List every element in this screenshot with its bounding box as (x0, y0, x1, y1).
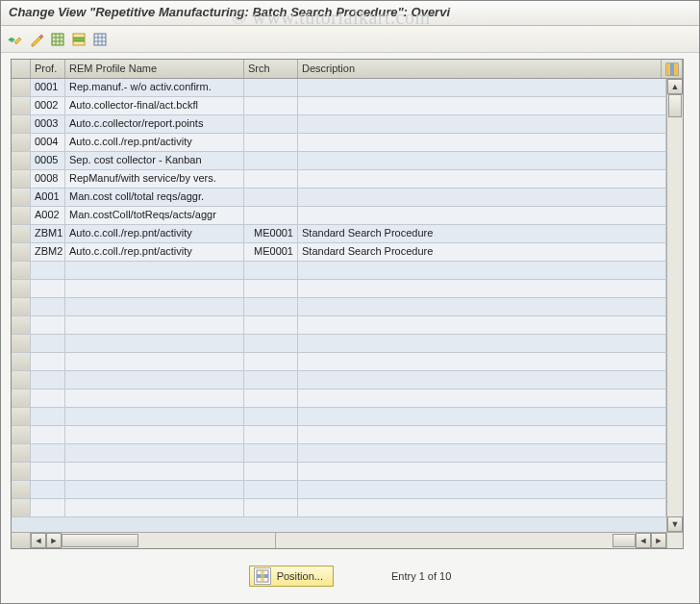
cell-desc[interactable] (298, 189, 666, 207)
select-block-icon[interactable] (70, 31, 88, 48)
cell-name[interactable]: Auto.c.coll./rep.pnt/activity (65, 225, 244, 243)
vertical-scrollbar[interactable]: ▲ ▼ (666, 79, 683, 532)
scroll-down-button[interactable]: ▼ (667, 516, 683, 532)
table-row[interactable] (12, 335, 666, 353)
cell-prof[interactable]: A002 (31, 207, 65, 225)
table-row[interactable] (12, 298, 666, 316)
row-selector[interactable] (12, 335, 31, 353)
row-selector[interactable] (12, 97, 31, 115)
row-selector[interactable] (12, 371, 31, 390)
cell-srch[interactable] (244, 152, 298, 170)
table-row[interactable]: 0004Auto.c.coll./rep.pnt/activity (12, 134, 666, 152)
row-selector[interactable] (12, 408, 31, 426)
row-selector[interactable] (12, 79, 31, 97)
scroll-up-button[interactable]: ▲ (667, 79, 683, 94)
row-selector[interactable] (12, 390, 31, 408)
table-row[interactable] (12, 408, 666, 426)
cell-name[interactable]: Man.costColl/totReqs/acts/aggr (65, 207, 244, 225)
cell-srch[interactable] (244, 115, 298, 134)
display-change-toggle-icon[interactable] (7, 31, 24, 48)
cell-prof[interactable]: 0005 (31, 152, 65, 170)
hscroll-track-2[interactable] (276, 533, 636, 548)
cell-prof[interactable]: 0008 (31, 170, 65, 189)
table-row[interactable]: 0005Sep. cost collector - Kanban (12, 152, 666, 170)
cell-prof[interactable]: 0004 (31, 134, 65, 152)
cell-srch[interactable] (244, 79, 298, 97)
row-selector[interactable] (12, 499, 31, 517)
row-selector[interactable] (12, 115, 31, 134)
table-row[interactable] (12, 280, 666, 298)
cell-srch[interactable]: ME0001 (244, 225, 298, 243)
table-row[interactable] (12, 481, 666, 499)
cell-desc[interactable] (298, 79, 666, 97)
row-selector[interactable] (12, 207, 31, 225)
cell-prof[interactable]: ZBM1 (31, 225, 65, 243)
cell-prof[interactable]: 0002 (31, 97, 65, 115)
row-selector[interactable] (12, 298, 31, 316)
col-header-desc[interactable]: Description (298, 60, 662, 78)
row-selector[interactable] (12, 353, 31, 371)
cell-name[interactable]: Man.cost coll/total reqs/aggr. (65, 189, 244, 207)
table-row[interactable] (12, 262, 666, 280)
deselect-all-icon[interactable] (91, 31, 109, 48)
hscroll-track-1[interactable] (62, 533, 275, 548)
table-row[interactable]: 0003Auto.c.collector/report.points (12, 115, 666, 134)
cell-prof[interactable]: 0003 (31, 115, 65, 134)
col-header-srch[interactable]: Srch (244, 60, 298, 78)
cell-srch[interactable] (244, 134, 298, 152)
change-icon[interactable] (28, 31, 45, 48)
table-row[interactable] (12, 499, 666, 517)
col-header-name[interactable]: REM Profile Name (65, 60, 244, 78)
scroll-left-button-1[interactable]: ◄ (31, 533, 46, 548)
table-row[interactable] (12, 444, 666, 463)
row-selector[interactable] (12, 262, 31, 280)
cell-desc[interactable]: Standard Search Procedure (298, 243, 666, 262)
row-selector[interactable] (12, 463, 31, 481)
row-selector[interactable] (12, 243, 31, 262)
row-selector[interactable] (12, 316, 31, 335)
row-selector[interactable] (12, 426, 31, 444)
cell-prof[interactable]: A001 (31, 189, 65, 207)
table-row[interactable] (12, 316, 666, 335)
table-row[interactable]: A002Man.costColl/totReqs/acts/aggr (12, 207, 666, 225)
cell-desc[interactable] (298, 170, 666, 189)
cell-name[interactable]: Auto.c.collector/report.points (65, 115, 244, 134)
horizontal-scrollbar[interactable]: ◄ ► ◄ ► (31, 532, 666, 548)
cell-desc[interactable] (298, 97, 666, 115)
row-selector[interactable] (12, 444, 31, 463)
cell-name[interactable]: RepManuf/with service/by vers. (65, 170, 244, 189)
row-selector[interactable] (12, 225, 31, 243)
vscroll-track[interactable] (667, 94, 683, 516)
hscroll-thumb-1[interactable] (62, 534, 138, 547)
select-all-icon[interactable] (49, 31, 66, 48)
table-row[interactable]: 0002Auto.collector-final/act.bckfl (12, 97, 666, 115)
table-row[interactable] (12, 353, 666, 371)
table-row[interactable]: 0008RepManuf/with service/by vers. (12, 170, 666, 189)
row-selector[interactable] (12, 152, 31, 170)
scroll-right-button-2[interactable]: ► (651, 533, 666, 548)
cell-name[interactable]: Rep.manuf.- w/o activ.confirm. (65, 79, 244, 97)
cell-srch[interactable]: ME0001 (244, 243, 298, 262)
cell-desc[interactable]: Standard Search Procedure (298, 225, 666, 243)
table-row[interactable]: A001Man.cost coll/total reqs/aggr. (12, 189, 666, 207)
cell-name[interactable]: Auto.c.coll./rep.pnt/activity (65, 243, 244, 262)
table-row[interactable] (12, 390, 666, 408)
row-selector[interactable] (12, 481, 31, 499)
table-row[interactable]: 0001Rep.manuf.- w/o activ.confirm. (12, 79, 666, 97)
row-selector[interactable] (12, 170, 31, 189)
position-button[interactable]: Position... (249, 566, 334, 587)
col-header-prof[interactable]: Prof. (31, 60, 65, 78)
table-row[interactable] (12, 426, 666, 444)
row-selector[interactable] (12, 134, 31, 152)
table-row[interactable] (12, 371, 666, 390)
cell-prof[interactable]: 0001 (31, 79, 65, 97)
scroll-left-button-2[interactable]: ◄ (636, 533, 651, 548)
table-row[interactable]: ZBM2Auto.c.coll./rep.pnt/activityME0001S… (12, 243, 666, 262)
cell-name[interactable]: Auto.c.coll./rep.pnt/activity (65, 134, 244, 152)
cell-srch[interactable] (244, 97, 298, 115)
cell-srch[interactable] (244, 189, 298, 207)
cell-desc[interactable] (298, 152, 666, 170)
cell-desc[interactable] (298, 207, 666, 225)
cell-desc[interactable] (298, 115, 666, 134)
cell-srch[interactable] (244, 170, 298, 189)
